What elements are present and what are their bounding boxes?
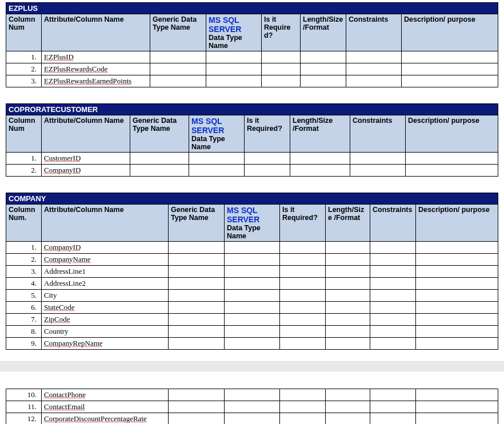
cell-empty [370, 290, 416, 302]
table-ezplus: EZPLUS Column Num Attribute/Column Name … [6, 2, 498, 87]
table-title: COPRORATECUSTOMER [6, 104, 498, 115]
table-row: 1.EZPlusID [6, 51, 498, 63]
cell-empty [280, 290, 326, 302]
table-title: COMPANY [6, 193, 498, 205]
hdr-mssql-sub: Data Type Name [227, 224, 261, 240]
table-row: 11.ContactEmail [6, 401, 498, 413]
cell-empty [225, 242, 280, 254]
cell-column-num: 10. [6, 389, 42, 401]
cell-empty [280, 338, 326, 350]
cell-attribute-name: ContactEmail [42, 401, 169, 413]
hdr-constraints: Constraints [350, 115, 406, 153]
cell-empty [416, 326, 498, 338]
cell-attribute-name: City [42, 290, 169, 302]
hdr-required: Is it Required? [280, 205, 326, 242]
hdr-generic: Generic Data Type Name [130, 115, 189, 153]
table-row: 12.CorporateDiscountPercentageRate [6, 413, 498, 425]
cell-empty [225, 278, 280, 290]
cell-empty [225, 389, 280, 401]
hdr-length: Length/Size /Format [290, 115, 350, 153]
cell-empty [225, 290, 280, 302]
cell-empty [280, 401, 326, 413]
cell-column-num: 3. [6, 266, 42, 278]
cell-empty [169, 338, 225, 350]
cell-attribute-name: CompanyName [42, 254, 169, 266]
hdr-length: Length/Size /Format [326, 205, 370, 242]
hdr-mssql: MS SQL SERVER Data Type Name [206, 14, 262, 51]
table-row: 5.City [6, 290, 498, 302]
table-row: 1.CompanyID [6, 242, 498, 254]
cell-empty [225, 326, 280, 338]
cell-empty [206, 51, 262, 63]
cell-empty [416, 413, 498, 425]
cell-empty [245, 165, 290, 177]
cell-empty [370, 389, 416, 401]
cell-empty [225, 314, 280, 326]
cell-empty [169, 290, 225, 302]
cell-empty [225, 266, 280, 278]
cell-empty [370, 338, 416, 350]
cell-empty [280, 326, 326, 338]
cell-empty [262, 63, 301, 75]
table-row: 4.AddressLine2 [6, 278, 498, 290]
cell-empty [416, 278, 498, 290]
hdr-mssql-sub: Data Type Name [209, 34, 242, 50]
cell-attribute-name: CustomerID [42, 153, 130, 165]
cell-empty [290, 153, 350, 165]
cell-attribute-name: ZipCode [42, 314, 169, 326]
cell-empty [416, 401, 498, 413]
cell-attribute-name: StateCode [42, 302, 169, 314]
table-row: 2.EZPlusRewardsCode [6, 63, 498, 75]
cell-attribute-name: AddressLine2 [42, 278, 169, 290]
hdr-attribute: Attribute/Column Name [42, 205, 169, 242]
cell-empty [189, 153, 245, 165]
cell-empty [130, 153, 189, 165]
hdr-constraints: Constraints [346, 14, 402, 51]
cell-empty [301, 63, 346, 75]
cell-column-num: 12. [6, 413, 42, 425]
cell-empty [262, 51, 301, 63]
cell-empty [370, 266, 416, 278]
cell-empty [169, 401, 225, 413]
cell-column-num: 8. [6, 326, 42, 338]
cell-empty [326, 338, 370, 350]
cell-empty [280, 278, 326, 290]
hdr-description: Description/ purpose [402, 14, 498, 51]
cell-empty [416, 314, 498, 326]
hdr-column-num: Column Num [6, 115, 42, 153]
table-row: 6.StateCode [6, 302, 498, 314]
cell-empty [225, 338, 280, 350]
cell-empty [206, 63, 262, 75]
table-title: EZPLUS [6, 3, 498, 14]
cell-column-num: 4. [6, 278, 42, 290]
cell-empty [370, 254, 416, 266]
cell-empty [416, 290, 498, 302]
hdr-mssql: MS SQL SERVER Data Type Name [225, 205, 280, 242]
hdr-mssql: MS SQL SERVER Data Type Name [189, 115, 245, 153]
hdr-length: Length/Size /Format [301, 14, 346, 51]
cell-empty [169, 302, 225, 314]
hdr-description: Description/ purpose [416, 205, 498, 242]
table-row: 10.ContactPhone [6, 389, 498, 401]
cell-empty [350, 165, 406, 177]
hdr-constraints: Constraints [370, 205, 416, 242]
cell-empty [169, 278, 225, 290]
cell-attribute-name: CompanyID [42, 165, 130, 177]
table-corporate-customer: COPRORATECUSTOMER Column Num Attribute/C… [6, 103, 498, 177]
cell-empty [169, 326, 225, 338]
cell-empty [406, 165, 498, 177]
hdr-required: Is it Require d? [262, 14, 301, 51]
cell-column-num: 1. [6, 153, 42, 165]
cell-empty [326, 302, 370, 314]
cell-empty [370, 302, 416, 314]
table-row: 9.CompanyRepName [6, 338, 498, 350]
cell-attribute-name: ContactPhone [42, 389, 169, 401]
cell-empty [406, 153, 498, 165]
cell-empty [169, 242, 225, 254]
cell-empty [326, 389, 370, 401]
cell-empty [370, 326, 416, 338]
table-header-row: Column Num Attribute/Column Name Generic… [6, 14, 498, 51]
cell-empty [262, 75, 301, 87]
cell-empty [416, 389, 498, 401]
hdr-attribute: Attribute/Column Name [42, 14, 150, 51]
